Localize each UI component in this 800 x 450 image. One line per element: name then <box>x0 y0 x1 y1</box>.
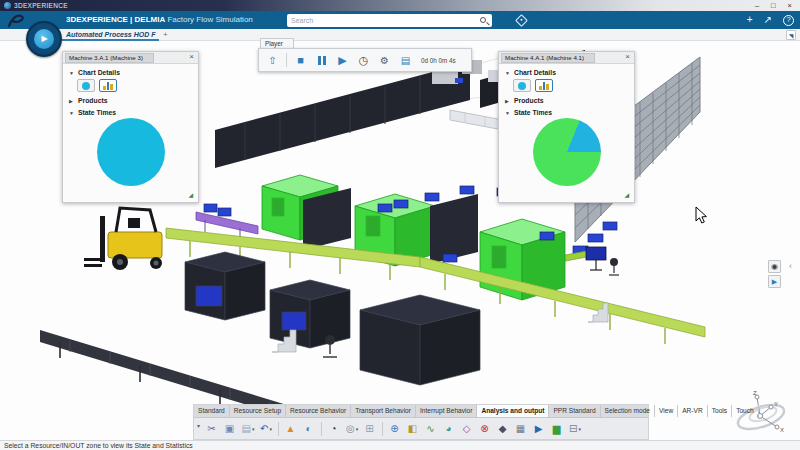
panel-header[interactable]: Machine 3.A.1 (Machine 3) × <box>63 52 198 64</box>
pause-button[interactable] <box>314 53 329 68</box>
ribbon: StandardResource SetupResource BehaviorT… <box>193 404 649 440</box>
pie-chart-type-button[interactable] <box>513 79 531 92</box>
player-panel: Player ⇧ ■ ▶ ◷ ⚙ ▤ 0d 0h 0m 4s <box>258 38 472 72</box>
ribbon-tab[interactable]: Resource Setup <box>230 405 286 417</box>
update-status-icon[interactable]: ⊕ <box>386 421 404 438</box>
simulation-speed-icon[interactable]: ◷ <box>356 53 371 68</box>
state-times-pie-chart <box>533 118 601 186</box>
robot-teach-icon[interactable]: ▲ <box>282 421 300 438</box>
collapse-icon[interactable]: ▼ <box>505 70 511 76</box>
brand-3dexperience: 3DEXPERIENCE <box>66 15 128 24</box>
collapse-icon[interactable]: ▼ <box>505 110 511 116</box>
replay-icon[interactable]: ▶ <box>530 421 548 438</box>
close-icon[interactable]: × <box>189 52 194 61</box>
search-icon[interactable] <box>480 17 486 23</box>
ribbon-tab[interactable]: Selection mode <box>601 405 655 417</box>
compass-z-label[interactable]: Z <box>753 390 757 396</box>
camera-capture-icon[interactable]: ◉ <box>768 260 781 273</box>
ribbon-tab[interactable]: Tools <box>708 405 732 417</box>
ribbon-tab[interactable]: View <box>655 405 678 417</box>
help-icon[interactable]: ? <box>783 15 794 26</box>
bar-chart-type-button[interactable] <box>535 79 553 92</box>
ribbon-tab[interactable]: Analysis and output <box>477 405 549 417</box>
search-input[interactable] <box>287 17 480 24</box>
separator[interactable] <box>278 422 279 436</box>
simulation-time-icon[interactable]: ◔ <box>325 421 343 438</box>
copy-icon[interactable]: ▣ <box>221 421 239 438</box>
share-icon[interactable]: ↗ <box>764 14 772 26</box>
export-simulation-icon[interactable]: ⇧ <box>265 53 280 68</box>
new-tab-button[interactable]: + <box>163 30 168 39</box>
close-icon[interactable]: × <box>625 52 630 61</box>
tag-icon[interactable] <box>515 14 528 27</box>
ribbon-overflow-icon[interactable]: ▾ <box>197 422 200 429</box>
gantt-table-icon[interactable]: ▦ <box>512 421 530 438</box>
add-content-button[interactable]: + <box>747 14 753 26</box>
pie-chart-icon <box>82 82 90 90</box>
expand-icon[interactable]: ▶ <box>505 98 511 104</box>
separator[interactable] <box>321 422 322 436</box>
export-results-icon[interactable]: ⊟▾ <box>566 421 584 438</box>
search-box[interactable] <box>287 14 492 27</box>
player-settings-icon[interactable]: ⚙ <box>377 53 392 68</box>
state-times-label: State Times <box>514 109 552 116</box>
ribbon-tab[interactable]: AR-VR <box>678 405 708 417</box>
line-chart-icon[interactable]: ∿ <box>422 421 440 438</box>
monitor-workstation[interactable] <box>586 247 619 275</box>
separator[interactable] <box>382 422 383 436</box>
event-list-icon[interactable]: ▤ <box>398 53 413 68</box>
histogram-icon[interactable]: ▆ <box>548 421 566 438</box>
brand-text: 3DEXPERIENCE | DELMIA Factory Flow Simul… <box>66 15 253 24</box>
foreground-machines[interactable] <box>185 252 480 385</box>
chart-details-label: Chart Details <box>78 69 120 76</box>
pie-chart-type-button[interactable] <box>77 79 95 92</box>
ribbon-tab[interactable]: Standard <box>194 405 230 417</box>
chart-context-icon[interactable]: ◢ <box>188 191 193 198</box>
network-flow-icon[interactable]: ⊗ <box>476 421 494 438</box>
pie-chart-icon <box>518 82 526 90</box>
cut-icon[interactable]: ✂ <box>203 421 221 438</box>
window-title: 3DEXPERIENCE <box>14 2 68 9</box>
3ds-swoosh-logo <box>7 12 25 28</box>
player-separator <box>286 53 287 67</box>
maximize-button[interactable]: □ <box>771 1 776 11</box>
bar-chart-icon <box>103 82 113 90</box>
walk-mode-icon[interactable]: ▶ <box>768 275 781 288</box>
ribbon-tab[interactable]: Touch <box>732 405 759 417</box>
collapse-icon[interactable]: ▼ <box>69 70 75 76</box>
measure-icon[interactable]: ◇ <box>458 421 476 438</box>
stop-button[interactable]: ■ <box>293 53 308 68</box>
fullscreen-toggle-icon[interactable]: ◥ <box>786 30 796 40</box>
chart-details-label: Chart Details <box>514 69 556 76</box>
close-button[interactable]: × <box>788 1 792 11</box>
ribbon-tab[interactable]: Resource Behavior <box>286 405 351 417</box>
foreground-conveyor[interactable] <box>40 330 310 404</box>
value-tracking-icon[interactable]: ◧ <box>404 421 422 438</box>
player-tab[interactable]: Player <box>260 38 294 48</box>
chevron-left-icon[interactable]: ‹ <box>789 261 792 271</box>
expand-icon[interactable]: ▶ <box>69 98 75 104</box>
ribbon-tab[interactable]: Interrupt Behavior <box>416 405 477 417</box>
worker-analysis-icon[interactable]: ◆ <box>494 421 512 438</box>
capture-window-icon[interactable]: ⊞ <box>361 421 379 438</box>
compass-x-label[interactable]: X <box>780 427 784 433</box>
play-button[interactable]: ▶ <box>335 53 350 68</box>
collapse-icon[interactable]: ▼ <box>69 110 75 116</box>
ribbon-tab[interactable]: PPR Standard <box>549 405 600 417</box>
undo-icon[interactable]: ↶▾ <box>257 421 275 438</box>
bar-chart-type-button[interactable] <box>99 79 117 92</box>
state-profile-icon[interactable]: ◕ <box>440 421 458 438</box>
brand-delmia: DELMIA <box>135 15 166 24</box>
document-tab-active[interactable]: Automated Process HOD F <box>62 29 159 41</box>
ribbon-tab[interactable]: Transport Behavior <box>351 405 416 417</box>
compass-3d-badge[interactable]: ▶ <box>26 21 62 57</box>
minimize-button[interactable]: – <box>755 1 759 11</box>
chart-context-icon[interactable]: ◢ <box>624 191 629 198</box>
paste-icon[interactable]: ▤▾ <box>239 421 257 438</box>
probe-icon[interactable]: ◎▾ <box>343 421 361 438</box>
compass-y-label[interactable]: Y <box>774 401 778 407</box>
forklift[interactable] <box>84 208 162 270</box>
panel-header[interactable]: Machine 4.A.1 (Machine 4.1) × <box>499 52 634 64</box>
brand-app-name: Factory Flow Simulation <box>167 15 252 24</box>
swap-resource-icon[interactable]: ◐ <box>300 421 318 438</box>
